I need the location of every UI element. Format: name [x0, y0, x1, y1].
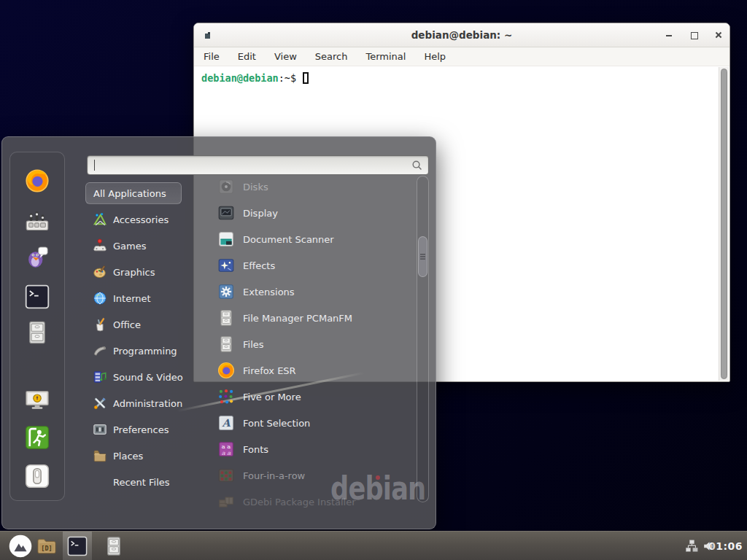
firefox-icon: [217, 362, 235, 379]
administration-icon: [93, 396, 107, 411]
window-controls: [664, 23, 724, 47]
favorites-panel: [9, 152, 65, 501]
app-five-or-more[interactable]: Five or More: [209, 384, 415, 410]
category-preferences[interactable]: Preferences: [84, 416, 196, 443]
menu-terminal[interactable]: Terminal: [363, 50, 409, 63]
sound-video-icon: [93, 370, 107, 384]
favorite-control-panel[interactable]: [25, 209, 50, 233]
category-programming[interactable]: Programming: [84, 338, 196, 364]
category-graphics[interactable]: Graphics: [84, 259, 196, 285]
close-button[interactable]: [713, 30, 724, 40]
app-display[interactable]: Display: [209, 200, 415, 226]
scanner-icon: [217, 230, 235, 248]
favorite-file-manager[interactable]: [25, 320, 50, 345]
app-label: Font Selection: [243, 418, 310, 429]
places-icon: [93, 448, 107, 463]
menu-search[interactable]: Search: [312, 50, 351, 63]
favorite-logout[interactable]: [25, 425, 50, 450]
text-cursor: [94, 160, 95, 171]
category-label: All Applications: [93, 188, 166, 199]
volume-control[interactable]: [702, 539, 716, 553]
category-office[interactable]: Office: [84, 311, 196, 338]
network-status[interactable]: [684, 539, 699, 553]
app-font-selection[interactable]: AFont Selection: [209, 410, 415, 436]
app-files[interactable]: Files: [209, 331, 415, 357]
taskbar: 01:06 [D]: [0, 531, 747, 560]
category-label: Internet: [113, 293, 151, 304]
folder-d-icon: [D]: [36, 535, 58, 557]
menu-help[interactable]: Help: [421, 50, 449, 63]
category-administration[interactable]: Administration: [84, 390, 196, 416]
favorite-terminal[interactable]: [25, 284, 50, 309]
file-manager-launcher[interactable]: [D]: [32, 532, 61, 560]
terminal-menubar: FileEditViewSearchTerminalHelp: [194, 47, 729, 66]
category-label: Recent Files: [113, 477, 170, 488]
maximize-button[interactable]: [689, 30, 699, 40]
app-extensions[interactable]: Extensions: [209, 279, 415, 305]
category-internet[interactable]: Internet: [84, 285, 196, 311]
app-firefox-esr[interactable]: Firefox ESR: [209, 357, 415, 384]
app-fonts[interactable]: a aa aFonts: [209, 436, 415, 462]
terminal-prompt-line: debian@debian:~$: [195, 67, 729, 84]
menu-view[interactable]: View: [271, 50, 300, 63]
app-label: Firefox ESR: [243, 365, 296, 376]
minimize-button[interactable]: [664, 30, 674, 40]
prompt-user-host: debian@debian: [201, 72, 279, 84]
pidgin-icon: [25, 244, 50, 269]
terminal-cursor: [303, 72, 309, 84]
icon-spacer: [93, 475, 107, 489]
favorite-shutdown[interactable]: [25, 464, 50, 489]
office-icon: [93, 317, 107, 332]
programming-icon: [93, 343, 107, 358]
menu-file[interactable]: File: [201, 50, 222, 63]
category-label: Office: [113, 319, 141, 330]
app-document-scanner[interactable]: Document Scanner: [209, 226, 415, 252]
terminal-icon: [67, 536, 88, 556]
app-disks[interactable]: Disks: [209, 174, 415, 200]
menu-edit[interactable]: Edit: [235, 50, 259, 63]
files-icon: [104, 536, 124, 556]
category-all-applications[interactable]: All Applications: [85, 182, 182, 204]
terminal-task[interactable]: [63, 532, 92, 560]
category-accessories[interactable]: Accessories: [84, 206, 196, 233]
font-selection-icon: A: [217, 414, 235, 432]
terminal-titlebar[interactable]: debian@debian: ~: [194, 23, 729, 47]
search-box[interactable]: [87, 155, 429, 175]
app-four-in-a-row[interactable]: Four-in-a-row: [209, 462, 415, 489]
app-label: Display: [243, 208, 278, 219]
category-list: All ApplicationsAccessoriesGamesGraphics…: [84, 181, 196, 505]
category-sound-video[interactable]: Sound & Video: [84, 364, 196, 390]
file-cabinet-icon: [25, 320, 50, 345]
terminal-scrollbar[interactable]: [719, 67, 729, 381]
search-input[interactable]: [96, 156, 411, 174]
five-or-more-icon: [217, 388, 235, 405]
app-effects[interactable]: Effects: [209, 252, 415, 279]
app-label: Four-in-a-row: [243, 470, 305, 481]
app-list-scrollbar[interactable]: [417, 176, 429, 502]
extensions-icon: [217, 283, 235, 300]
favorite-lock-screen[interactable]: [25, 388, 50, 413]
app-label: Fonts: [243, 444, 268, 455]
logout-icon: [25, 425, 50, 450]
terminal-scrollbar-thumb[interactable]: [721, 69, 727, 379]
app-list-scrollbar-thumb[interactable]: [418, 236, 427, 277]
control-panel-icon: [25, 209, 50, 233]
svg-text:a a: a a: [222, 449, 231, 456]
app-file-manager-pcmanfm[interactable]: File Manager PCManFM: [209, 305, 415, 331]
category-games[interactable]: Games: [84, 233, 196, 259]
app-gdebi-package-installer[interactable]: GDebi Package Installer: [209, 489, 415, 515]
terminal-icon: [25, 284, 50, 309]
files-launcher[interactable]: [99, 532, 128, 560]
app-label: Extensions: [243, 287, 295, 298]
scrollbar-grip: [420, 254, 425, 260]
menu-button[interactable]: [6, 532, 35, 560]
application-menu: debian All ApplicationsAccessoriesGamesG…: [1, 136, 436, 529]
favorite-firefox[interactable]: [25, 168, 50, 193]
category-label: Programming: [113, 346, 177, 357]
favorite-pidgin[interactable]: [25, 244, 50, 269]
app-label: Five or More: [243, 392, 301, 402]
files-icon: [217, 335, 235, 353]
category-recent-files[interactable]: Recent Files: [84, 469, 196, 495]
app-label: File Manager PCManFM: [243, 313, 352, 324]
category-places[interactable]: Places: [84, 443, 196, 469]
